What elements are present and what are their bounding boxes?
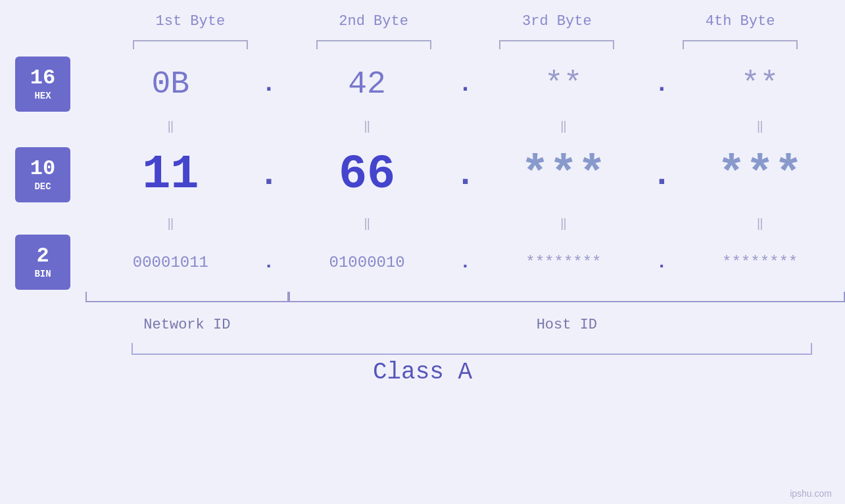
- bin-badge: 2 BIN: [15, 235, 70, 290]
- hex-byte1: 0B: [152, 66, 190, 102]
- hex-dot2: .: [452, 71, 479, 98]
- bin-label: BIN: [34, 269, 51, 279]
- eq1: ‖: [85, 119, 256, 133]
- hex-dot3: .: [648, 71, 675, 98]
- hex-byte4: **: [741, 66, 779, 102]
- dec-byte4: ***: [717, 148, 803, 202]
- bin-dot1: .: [256, 252, 282, 273]
- byte4-bracket-top: [683, 40, 798, 49]
- byte3-label: 3rd Byte: [479, 13, 636, 30]
- eq3: ‖: [479, 119, 649, 133]
- eq6: ‖: [282, 216, 452, 231]
- eq7: ‖: [479, 216, 649, 231]
- bin-byte4: ********: [722, 254, 798, 271]
- eq2: ‖: [282, 119, 452, 133]
- byte2-bracket-top: [316, 40, 431, 49]
- bin-dot3: .: [648, 252, 675, 273]
- eq5: ‖: [85, 216, 256, 231]
- byte2-label: 2nd Byte: [295, 13, 452, 30]
- bin-byte1: 00001011: [133, 254, 208, 271]
- dec-label: DEC: [34, 181, 51, 192]
- dec-number: 10: [30, 158, 55, 179]
- byte4-label: 4th Byte: [662, 13, 819, 30]
- hex-label: HEX: [34, 91, 51, 101]
- dec-dot2: .: [452, 156, 479, 195]
- eq4: ‖: [675, 119, 845, 133]
- class-label: Class A: [373, 359, 472, 386]
- dec-byte1: 11: [142, 148, 199, 202]
- bin-dot2: .: [452, 252, 479, 273]
- class-bracket: [132, 343, 812, 355]
- hex-byte2: 42: [348, 66, 386, 102]
- hex-dot1: .: [256, 71, 282, 98]
- host-id-label: Host ID: [537, 317, 597, 333]
- watermark: ipshu.com: [790, 488, 832, 499]
- bin-number: 2: [36, 246, 49, 267]
- dec-dot3: .: [648, 156, 675, 195]
- hex-byte3: **: [544, 66, 583, 102]
- hex-badge: 16 HEX: [15, 57, 70, 112]
- byte1-bracket-top: [133, 40, 248, 49]
- bin-byte2: 01000010: [329, 254, 405, 271]
- dec-badge: 10 DEC: [15, 147, 70, 202]
- bin-byte3: ********: [525, 254, 601, 271]
- byte3-bracket-top: [499, 40, 614, 49]
- dec-byte3: ***: [521, 148, 606, 202]
- dec-byte2: 66: [339, 148, 395, 202]
- network-id-label: Network ID: [143, 317, 230, 333]
- eq8: ‖: [675, 216, 845, 231]
- dec-dot1: .: [256, 156, 282, 195]
- network-id-bracket: [85, 292, 289, 302]
- host-id-bracket: [289, 292, 845, 302]
- byte1-label: 1st Byte: [112, 13, 269, 30]
- hex-number: 16: [30, 68, 55, 89]
